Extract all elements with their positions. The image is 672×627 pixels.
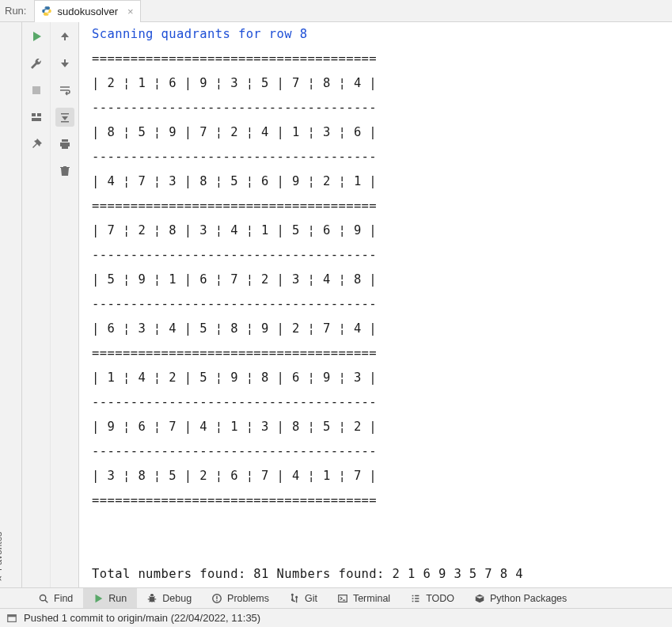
debug-tab[interactable]: Debug	[137, 588, 202, 608]
svg-rect-11	[216, 599, 217, 600]
console-info-line: Scanning quadrants for row 8	[92, 27, 308, 41]
python-packages-tab-label: Python Packages	[490, 593, 567, 604]
scroll-to-end-icon[interactable]	[55, 108, 74, 127]
trash-icon[interactable]	[55, 162, 74, 180]
run-header-label: Run:	[5, 5, 34, 17]
packages-icon	[474, 593, 485, 604]
terminal-icon	[337, 593, 348, 604]
run-config-tab[interactable]: sudokusolver ×	[34, 0, 140, 22]
todo-tab[interactable]: TODO	[401, 588, 465, 608]
python-packages-tab[interactable]: Python Packages	[465, 588, 577, 608]
run-toolwindow-header: Run: sudokusolver ×	[0, 0, 672, 22]
stop-icon[interactable]	[27, 81, 46, 100]
svg-point-1	[48, 13, 49, 14]
find-tab-label: Find	[54, 593, 73, 604]
problems-tab[interactable]: Problems	[202, 588, 279, 608]
run-action-gutter-right	[51, 22, 79, 587]
python-file-icon	[41, 6, 52, 17]
terminal-tab[interactable]: Terminal	[328, 588, 401, 608]
favorites-toolwindow-button[interactable]: ★ Favorites	[0, 532, 4, 583]
svg-rect-5	[32, 118, 41, 121]
debug-tab-label: Debug	[162, 593, 192, 604]
find-tab[interactable]: Find	[28, 588, 83, 608]
git-tab-label: Git	[305, 593, 317, 604]
svg-point-0	[45, 7, 46, 8]
svg-rect-10	[216, 595, 217, 598]
svg-rect-4	[37, 113, 41, 116]
wrench-icon[interactable]	[27, 54, 46, 73]
up-arrow-icon[interactable]	[55, 27, 74, 46]
svg-point-6	[40, 595, 45, 600]
console-output[interactable]: Scanning quadrants for row 8 ===========…	[79, 22, 672, 587]
soft-wrap-icon[interactable]	[55, 81, 74, 100]
favorites-label: Favorites	[0, 532, 4, 571]
layout-icon[interactable]	[27, 108, 46, 127]
terminal-tab-label: Terminal	[353, 593, 390, 604]
bottom-tool-tabs: FindRunDebugProblemsGitTerminalTODOPytho…	[0, 587, 672, 608]
down-arrow-icon[interactable]	[55, 54, 74, 73]
svg-point-13	[291, 598, 294, 601]
close-icon[interactable]: ×	[123, 6, 134, 17]
svg-line-7	[45, 599, 47, 602]
todo-tab-label: TODO	[426, 593, 454, 604]
run-action-gutter-left	[22, 22, 51, 587]
ide-left-stripe: ★ Favorites	[0, 22, 22, 587]
svg-point-14	[295, 595, 298, 598]
play-icon	[93, 593, 104, 604]
svg-rect-17	[8, 614, 17, 617]
status-bar: Pushed 1 commit to origin/main (22/04/20…	[0, 608, 672, 627]
print-icon[interactable]	[55, 135, 74, 154]
problems-tab-label: Problems	[227, 593, 269, 604]
status-bar-text: Pushed 1 commit to origin/main (22/04/20…	[24, 612, 260, 624]
git-tab[interactable]: Git	[279, 588, 328, 608]
run-toolwindow-body: ★ Favorites Scanning quadrants for row 8…	[0, 22, 672, 587]
run-tab-label: Run	[108, 593, 127, 604]
problems-icon	[211, 593, 222, 604]
run-tab[interactable]: Run	[83, 588, 137, 608]
pin-icon[interactable]	[27, 135, 46, 154]
svg-rect-3	[32, 113, 36, 116]
search-icon	[38, 593, 49, 604]
svg-point-12	[291, 593, 294, 595]
star-icon: ★	[0, 574, 4, 583]
run-config-name: sudokusolver	[57, 6, 118, 17]
bug-icon	[146, 593, 158, 604]
console-body: ===================================== | …	[92, 51, 523, 581]
todo-icon	[410, 593, 421, 604]
vcs-status-icon	[6, 613, 17, 624]
svg-rect-2	[32, 86, 40, 94]
git-icon	[289, 593, 300, 604]
run-icon[interactable]	[27, 27, 46, 46]
